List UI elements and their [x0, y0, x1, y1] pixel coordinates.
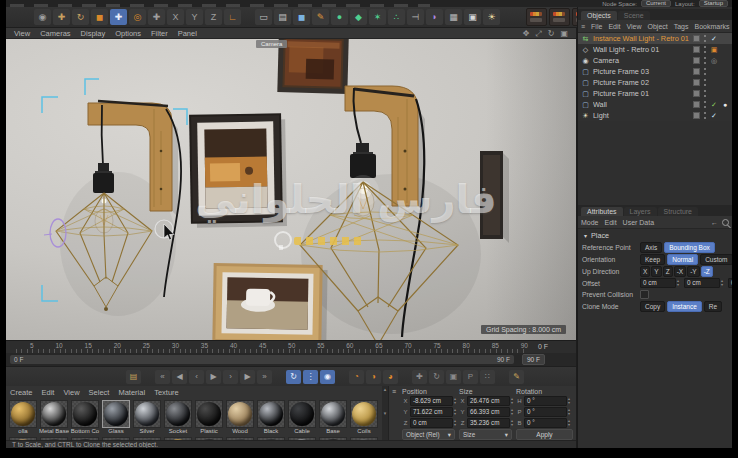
object-enable-toggle[interactable] [693, 35, 700, 42]
offset-field[interactable]: 0 cm [640, 278, 676, 288]
viewport-menu-item[interactable]: Panel [178, 29, 197, 38]
loop-mode-button[interactable]: ↻ [286, 370, 301, 384]
material-thumbnail[interactable]: Base [318, 399, 348, 435]
object-enable-toggle[interactable] [693, 46, 700, 53]
object-enable-toggle[interactable] [693, 79, 700, 86]
goto-next-key-button[interactable]: ▶ [240, 370, 255, 384]
rotation-input[interactable]: 0 ° [524, 407, 567, 417]
material-thumbnail[interactable]: Plastic [194, 399, 224, 435]
render-view-button[interactable] [526, 8, 547, 26]
snap-settings-tool[interactable]: ◎ [129, 9, 146, 25]
node-space-select[interactable]: Current [641, 0, 671, 7]
stepper-icon[interactable]: ▴▾ [568, 419, 573, 427]
toggle-view-icon[interactable]: ▣ [560, 29, 568, 38]
object-menu-icon[interactable]: ≡ [581, 23, 585, 30]
animation-button[interactable] [143, 376, 153, 377]
attribute-menu-item[interactable]: Mode [581, 219, 599, 226]
reference-point-option[interactable]: Bounding Box [664, 242, 714, 253]
material-menu-item[interactable]: Texture [154, 388, 179, 397]
toolbar-tool[interactable] [243, 17, 253, 18]
keyframe-grid-button[interactable]: ∷ [480, 370, 495, 384]
object-tag-icon[interactable]: ◎ [710, 57, 718, 65]
rotation-input[interactable]: 0 ° [524, 418, 567, 428]
record-position-button[interactable]: ◑ [366, 370, 381, 384]
coordinate-system-toggle[interactable]: ∟ [224, 9, 241, 25]
symmetry-icon[interactable]: ⊣ [407, 9, 424, 25]
preview-range-slider[interactable]: 0 F 90 F [10, 355, 514, 364]
live-selection-tool[interactable]: ◉ [34, 9, 51, 25]
material-menu-item[interactable]: View [63, 388, 79, 397]
attribute-menu-item[interactable]: Edit [605, 219, 617, 226]
viewport-3d[interactable]: Camera Grid Spacing : 8.000 cm فارس الحل… [6, 39, 576, 340]
object-visibility-dots[interactable] [703, 68, 707, 75]
snap-move-tool[interactable]: ✚ [110, 9, 127, 25]
object-visibility-dots[interactable] [703, 79, 707, 86]
object-tag-icon[interactable]: ✓ [710, 101, 718, 109]
material-menu-item[interactable]: Material [118, 388, 145, 397]
pan-view-icon[interactable]: ✥ [523, 29, 530, 38]
goto-prev-key-button[interactable]: ◀ [172, 370, 187, 384]
goto-end-button[interactable]: » [257, 370, 272, 384]
offset-field[interactable]: 0 cm [684, 278, 720, 288]
record-keyframe-button[interactable]: ◔ [349, 370, 364, 384]
z-axis-lock[interactable]: Z [205, 9, 222, 25]
animation-button[interactable] [400, 376, 410, 377]
stepper-icon[interactable]: ▴▾ [721, 279, 726, 287]
object-visibility-dots[interactable] [703, 101, 707, 108]
material-thumbnail[interactable]: olla [8, 399, 38, 435]
floor-icon[interactable]: ▦ [445, 9, 462, 25]
size-input[interactable]: 35.236 cm [467, 418, 510, 428]
object-manager-tab[interactable]: Scene [618, 11, 650, 20]
animation-button[interactable] [497, 376, 507, 377]
object-enable-toggle[interactable] [693, 112, 700, 119]
object-menu-item[interactable]: File [591, 23, 602, 30]
object-visibility-dots[interactable] [703, 90, 707, 97]
material-thumbnail[interactable]: Silver [132, 399, 162, 435]
material-menu-item[interactable]: Edit [42, 388, 55, 397]
axis-move-tool[interactable]: ✚ [148, 9, 165, 25]
viewport-menu-item[interactable]: View [14, 29, 30, 38]
object-visibility-dots[interactable] [703, 112, 707, 119]
scale-tool[interactable]: ◼ [91, 9, 108, 25]
viewport-menu-item[interactable]: Filter [151, 29, 168, 38]
stepper-icon[interactable]: ▴▾ [677, 279, 682, 287]
record-scale-button[interactable]: ◕ [383, 370, 398, 384]
deformer-icon[interactable]: ◗ [426, 9, 443, 25]
position-input[interactable]: 71.622 cm [410, 407, 453, 417]
move-tool[interactable]: ✚ [53, 9, 70, 25]
reference-point-option[interactable]: Axis [640, 242, 662, 253]
object-tag-icon-2[interactable]: ● [721, 101, 729, 108]
material-thumbnail[interactable]: Bottom Co [70, 399, 100, 435]
make-preview-button[interactable]: ▤ [126, 370, 141, 384]
object-tag-icon[interactable]: ✓ [710, 35, 718, 43]
viewport-menu-item[interactable]: Cameras [40, 29, 70, 38]
prevent-collision-checkbox[interactable] [640, 290, 649, 299]
keyframe-selection-button[interactable]: ⋮ [303, 370, 318, 384]
material-thumbnail[interactable]: Black [256, 399, 286, 435]
material-thumbnail[interactable]: Glass [101, 399, 131, 435]
attribute-manager-tab[interactable]: Structure [658, 207, 698, 216]
clone-mode-option[interactable]: Copy [640, 301, 665, 312]
render-picture-viewer-button[interactable] [549, 8, 570, 26]
position-mode-dropdown[interactable]: Object (Rel)▾ [402, 429, 455, 440]
object-menu-item[interactable]: Object [647, 23, 667, 30]
object-menu-item[interactable]: Edit [608, 23, 620, 30]
clone-mode-option[interactable]: Instance [667, 301, 702, 312]
object-enable-toggle[interactable] [693, 101, 700, 108]
orientation-option[interactable]: Normal [667, 254, 698, 265]
stepper-icon[interactable]: ▴▾ [568, 408, 573, 416]
material-thumbnail[interactable]: Cable [287, 399, 317, 435]
object-enable-toggle[interactable] [693, 57, 700, 64]
object-tree-row[interactable]: ▢ Picture Frame 01 [578, 88, 732, 99]
object-enable-toggle[interactable] [693, 68, 700, 75]
coords-menu-icon[interactable]: ≡ [392, 388, 402, 395]
up-direction-option[interactable]: X [640, 266, 650, 277]
goto-prev-frame-button[interactable]: ‹ [189, 370, 204, 384]
viewport-menu-item[interactable]: Options [115, 29, 141, 38]
camera-label[interactable]: Camera [256, 40, 287, 48]
stepper-icon[interactable]: ▴▾ [568, 397, 573, 405]
field-icon[interactable]: ✶ [369, 9, 386, 25]
cloner-icon[interactable]: ∴ [388, 9, 405, 25]
position-input[interactable]: 0 cm [410, 418, 453, 428]
object-menu-item[interactable]: View [626, 23, 641, 30]
